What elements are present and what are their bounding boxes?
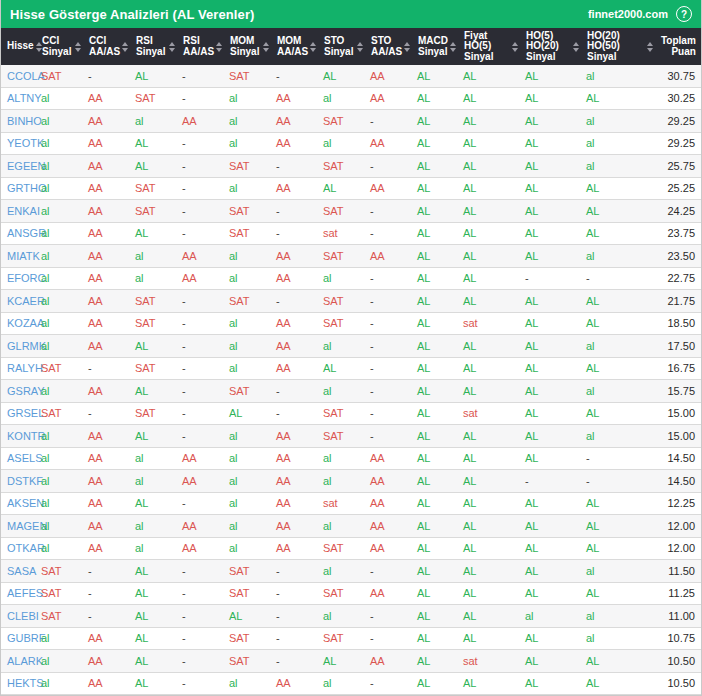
column-header-fiyat-ho5-sinyal[interactable]: Fiyat HO(5) Sinyal — [459, 28, 521, 65]
signal-cell: - — [272, 385, 319, 397]
column-header-sto-aa-as[interactable]: STO AA/AS — [366, 28, 413, 65]
ticker-cell[interactable]: OTKAR — [1, 542, 37, 554]
ticker-cell[interactable]: ALTNY — [1, 92, 37, 104]
sort-icon[interactable] — [571, 42, 579, 52]
ticker-cell[interactable]: GUBRF — [1, 632, 37, 644]
signal-cell: AL — [521, 497, 582, 509]
signal-cell: AL — [582, 542, 656, 554]
signal-cell: AA — [366, 182, 413, 194]
signal-cell: - — [178, 160, 225, 172]
column-header-ho5-ho20-sinyal[interactable]: HO(5) HO(20) Sinyal — [521, 28, 582, 65]
signal-cell: AL — [582, 227, 656, 239]
ticker-cell[interactable]: EFORC — [1, 272, 37, 284]
ticker-cell[interactable]: ASELS — [1, 452, 37, 464]
sort-icon[interactable] — [261, 42, 269, 52]
signal-cell: AA — [272, 497, 319, 509]
signal-cell: SAT — [37, 362, 84, 374]
ticker-cell[interactable]: KOZAA — [1, 317, 37, 329]
signal-cell: - — [84, 407, 131, 419]
ticker-cell[interactable]: RALYH — [1, 362, 37, 374]
signal-cell: al — [37, 632, 84, 644]
ticker-cell[interactable]: ENKAI — [1, 205, 37, 217]
column-header-toplam-puan[interactable]: Toplam Puan — [656, 28, 702, 65]
ticker-cell[interactable]: AKSEN — [1, 497, 37, 509]
sort-icon[interactable] — [167, 42, 175, 52]
sort-icon[interactable] — [645, 42, 653, 52]
column-header-rsi-sinyal[interactable]: RSI Sinyal — [131, 28, 178, 65]
ticker-cell[interactable]: GSRAY — [1, 385, 37, 397]
signal-cell: al — [225, 520, 272, 532]
signal-cell: AL — [459, 520, 521, 532]
ticker-cell[interactable]: SASA — [1, 565, 37, 577]
ticker-cell[interactable]: AEFES — [1, 587, 37, 599]
signal-cell: AA — [178, 250, 225, 262]
signal-cell: AL — [225, 407, 272, 419]
signal-cell: AA — [272, 250, 319, 262]
ticker-cell[interactable]: MIATK — [1, 250, 37, 262]
ticker-cell[interactable]: ANSGR — [1, 227, 37, 239]
column-header-cci-aa-as[interactable]: CCI AA/AS — [84, 28, 131, 65]
signal-cell: AA — [272, 92, 319, 104]
sort-icon[interactable] — [308, 42, 316, 52]
signal-cell: - — [272, 227, 319, 239]
ticker-cell[interactable]: MAGEN — [1, 520, 37, 532]
column-header-sto-sinyal[interactable]: STO Sinyal — [319, 28, 366, 65]
signal-cell: SAT — [37, 407, 84, 419]
signal-cell: al — [131, 115, 178, 127]
total-score-cell: 15.00 — [656, 407, 701, 419]
ticker-cell[interactable]: ALARK — [1, 655, 37, 667]
sort-icon[interactable] — [510, 42, 518, 52]
sort-icon[interactable] — [448, 42, 456, 52]
column-header-rsi-aa-as[interactable]: RSI AA/AS — [178, 28, 225, 65]
column-header-mom-aa-as[interactable]: MOM AA/AS — [272, 28, 319, 65]
signal-cell: - — [272, 407, 319, 419]
signal-cell: SAT — [319, 250, 366, 262]
ticker-cell[interactable]: CLEBI — [1, 610, 37, 622]
help-icon[interactable]: ? — [676, 6, 692, 22]
signal-cell: AL — [131, 565, 178, 577]
table-row: SASASAT-AL-SAT-al-ALALALal11.50 — [1, 560, 701, 583]
signal-cell: al — [37, 520, 84, 532]
sort-icon[interactable] — [73, 42, 81, 52]
ticker-cell[interactable]: GLRMK — [1, 340, 37, 352]
signal-cell: al — [225, 137, 272, 149]
column-header-ho20-ho50-sinyal[interactable]: HO(20) HO(50) Sinyal — [582, 28, 656, 65]
signal-cell: AL — [459, 115, 521, 127]
total-score-cell: 23.50 — [656, 250, 701, 262]
signal-cell: AA — [272, 272, 319, 284]
signal-cell: SAT — [131, 182, 178, 194]
signal-cell: AL — [131, 497, 178, 509]
sort-icon[interactable] — [120, 42, 128, 52]
signal-cell: SAT — [319, 115, 366, 127]
ticker-cell[interactable]: HEKTS — [1, 677, 37, 689]
signal-cell: AL — [459, 677, 521, 689]
signal-cell: AA — [366, 475, 413, 487]
ticker-cell[interactable]: KONTR — [1, 430, 37, 442]
signal-cell: AA — [84, 452, 131, 464]
ticker-cell[interactable]: EGEEN — [1, 160, 37, 172]
column-label: RSI AA/AS — [183, 36, 214, 57]
sort-icon[interactable] — [214, 42, 222, 52]
ticker-cell[interactable]: YEOTK — [1, 137, 37, 149]
sort-icon[interactable] — [402, 42, 410, 52]
signal-cell: al — [225, 272, 272, 284]
column-header-cci-sinyal[interactable]: CCI Sinyal — [37, 28, 84, 65]
column-header-hisse[interactable]: Hisse — [1, 28, 37, 65]
signal-cell: SAT — [319, 160, 366, 172]
signal-cell: al — [582, 115, 656, 127]
ticker-cell[interactable]: DSTKF — [1, 475, 37, 487]
ticker-cell[interactable]: CCOLA — [1, 70, 37, 82]
signal-cell: - — [178, 182, 225, 194]
column-header-mom-sinyal[interactable]: MOM Sinyal — [225, 28, 272, 65]
column-header-macd-sinyal[interactable]: MACD Sinyal — [413, 28, 459, 65]
ticker-cell[interactable]: KCAER — [1, 295, 37, 307]
signal-cell: SAT — [225, 227, 272, 239]
signal-cell: SAT — [319, 632, 366, 644]
ticker-cell[interactable]: BINHO — [1, 115, 37, 127]
ticker-cell[interactable]: GRTHO — [1, 182, 37, 194]
ticker-cell[interactable]: GRSEL — [1, 407, 37, 419]
signal-cell: - — [366, 385, 413, 397]
signal-cell: - — [366, 295, 413, 307]
table-row: RALYHSAT-SAT-alAAAL-ALALALAL16.75 — [1, 358, 701, 381]
sort-icon[interactable] — [355, 42, 363, 52]
